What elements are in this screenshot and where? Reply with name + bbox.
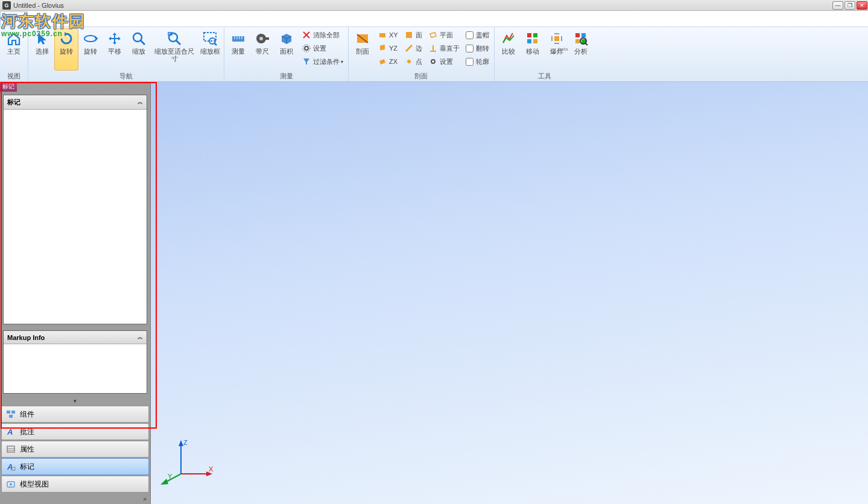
zoom-button[interactable]: 缩放 [127, 28, 151, 71]
gear-icon [428, 57, 438, 66]
face-button[interactable]: 面 [401, 28, 425, 42]
edge-icon [404, 43, 414, 53]
section-settings-button[interactable]: 设置 [425, 55, 463, 68]
rotate-button[interactable]: 旋转 [54, 28, 78, 71]
zoom-fit-icon [166, 31, 182, 46]
clear-all-button[interactable]: 清除全部 [299, 28, 346, 42]
perpendicular-button[interactable]: 垂直于 [425, 42, 463, 55]
menu-view[interactable]: 视图 [28, 12, 54, 26]
menu-home[interactable]: 主页 [0, 11, 28, 26]
home-button[interactable]: 主页 [2, 28, 26, 71]
side-tabs: 组件 A 批注 属性 A 标记 模型视图 [0, 405, 150, 493]
markup-info-header[interactable]: Markup Info ︽ [4, 331, 147, 344]
markup-icon: A [5, 462, 16, 471]
cap-checkbox[interactable] [466, 31, 474, 39]
cube-icon [279, 31, 294, 46]
collapse-icon[interactable]: ︽ [138, 333, 143, 341]
svg-marker-50 [179, 440, 183, 446]
edge-button[interactable]: 边 [401, 42, 425, 55]
viewport-3d[interactable]: Z X Y [151, 82, 868, 504]
explode-button[interactable]: 爆炸 beta [545, 28, 569, 71]
plane-button[interactable]: 平面 [425, 28, 463, 42]
yz-plane-button[interactable]: YZ [375, 42, 401, 55]
svg-rect-42 [7, 446, 14, 452]
measure-button[interactable]: 测量 [226, 28, 250, 71]
cursor-icon [34, 31, 50, 46]
tape-button[interactable]: 带尺 [250, 28, 274, 71]
svg-rect-27 [527, 33, 531, 37]
svg-point-3 [169, 33, 177, 42]
tape-icon [255, 31, 270, 46]
gear-icon [302, 43, 311, 53]
svg-point-20 [303, 45, 310, 52]
filter-icon [302, 57, 311, 66]
section-button[interactable]: 剖面 [350, 28, 375, 71]
move-button[interactable]: 移动 [521, 28, 545, 71]
triangle-down-icon: ▾ [74, 398, 77, 404]
zx-plane-button[interactable]: ZX [375, 55, 401, 68]
tab-properties[interactable]: 属性 [1, 441, 149, 458]
analyze-button[interactable]: 分析 [569, 28, 593, 71]
svg-rect-16 [264, 37, 269, 40]
markup-panel-header[interactable]: 标记 ︽ [4, 95, 147, 110]
ribbon-group-measure: 测量 带尺 面积 清除全部 设置 过滤条件▾ 测量 [224, 27, 349, 81]
xy-plane-button[interactable]: XY [375, 28, 401, 42]
panel-top-tab[interactable]: 标记 [0, 82, 17, 92]
panel-splitter[interactable]: ▾ [0, 397, 150, 405]
tab-model-views[interactable]: 模型视图 [1, 476, 149, 493]
svg-rect-22 [379, 33, 385, 37]
svg-point-0 [84, 36, 97, 42]
collapse-icon[interactable]: ︽ [138, 98, 143, 106]
zoom-fit-button[interactable]: 缩放至适合尺寸 [151, 28, 198, 71]
home-icon [6, 31, 22, 46]
compare-icon [501, 31, 516, 46]
close-button[interactable]: ✕ [857, 1, 867, 10]
point-button[interactable]: 点 [401, 55, 425, 68]
ribbon-group-view: 主页 视图 [0, 27, 28, 81]
markup-panel-body [4, 110, 147, 324]
svg-rect-23 [406, 32, 412, 38]
pan-button[interactable]: 平移 [103, 28, 127, 71]
svg-point-26 [431, 60, 435, 63]
rotate-icon [59, 31, 74, 46]
compare-button[interactable]: 比较 [496, 28, 521, 71]
outline-checkbox[interactable] [466, 58, 474, 66]
svg-text:Z: Z [183, 439, 188, 446]
flip-checkbox[interactable] [466, 45, 474, 52]
svg-point-19 [305, 46, 308, 50]
ruler-icon [230, 31, 246, 46]
svg-text:A: A [7, 462, 13, 471]
select-button[interactable]: 选择 [30, 28, 54, 71]
dropdown-arrow-icon: ▾ [341, 59, 343, 65]
measure-settings-button[interactable]: 设置 [299, 42, 346, 55]
maximize-button[interactable]: ❐ [844, 1, 855, 10]
title-bar: G Untitled - Glovius — ❐ ✕ [0, 0, 868, 11]
plane-yz-icon [378, 43, 387, 53]
tab-components[interactable]: 组件 [1, 406, 149, 423]
menu-tools[interactable]: 工具 [54, 12, 81, 26]
filter-button[interactable]: 过滤条件▾ [299, 55, 346, 68]
cap-toggle[interactable]: 盖帽 [463, 28, 492, 42]
markup-info-body [4, 344, 147, 393]
zoom-box-button[interactable]: 缩放框 [198, 28, 222, 71]
svg-rect-30 [533, 39, 537, 43]
svg-line-8 [214, 43, 217, 45]
svg-rect-31 [554, 36, 559, 41]
expand-down-icon[interactable]: » [143, 496, 147, 502]
tab-markup[interactable]: A 标记 [1, 458, 149, 475]
rotate2-button[interactable]: 旋转 [78, 28, 103, 71]
minimize-button[interactable]: — [832, 1, 843, 10]
workspace: 标记 标记 ︽ Markup Info ︽ ▾ 组件 A 批注 [0, 82, 868, 504]
plane-icon [428, 30, 438, 40]
flip-toggle[interactable]: 翻转 [463, 42, 492, 55]
svg-rect-32 [575, 33, 580, 37]
outline-toggle[interactable]: 轮廓 [463, 55, 492, 68]
area-button[interactable]: 面积 [274, 28, 299, 71]
tab-annotations[interactable]: A 批注 [1, 423, 149, 440]
analyze-icon [573, 31, 589, 46]
svg-rect-9 [232, 36, 244, 42]
svg-point-48 [10, 484, 12, 486]
section-icon [355, 31, 370, 46]
ribbon-group-nav: 选择 旋转 旋转 平移 缩放 缩放至适合尺寸 [28, 27, 224, 81]
svg-line-4 [176, 40, 180, 45]
